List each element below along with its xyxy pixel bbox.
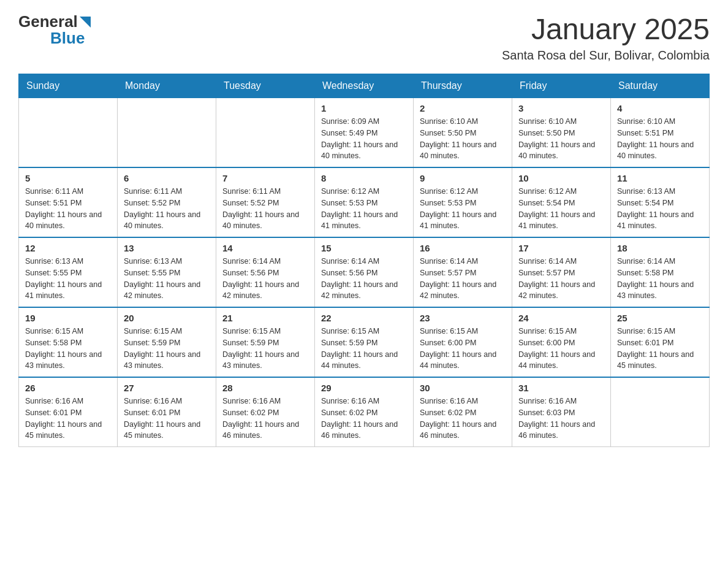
day-number: 2 (420, 103, 506, 113)
day-info: Sunrise: 6:14 AMSunset: 5:56 PMDaylight:… (222, 256, 308, 302)
day-number: 19 (25, 313, 111, 323)
calendar-cell (118, 98, 216, 168)
day-info: Sunrise: 6:15 AMSunset: 6:01 PMDaylight:… (617, 326, 703, 372)
calendar-cell: 7Sunrise: 6:11 AMSunset: 5:52 PMDaylight… (216, 167, 315, 237)
logo: General Blue (18, 12, 91, 48)
day-number: 3 (518, 103, 604, 113)
calendar-cell: 20Sunrise: 6:15 AMSunset: 5:59 PMDayligh… (118, 307, 216, 377)
calendar-cell: 12Sunrise: 6:13 AMSunset: 5:55 PMDayligh… (19, 237, 118, 307)
day-info: Sunrise: 6:13 AMSunset: 5:55 PMDaylight:… (25, 256, 111, 302)
calendar-cell: 15Sunrise: 6:14 AMSunset: 5:56 PMDayligh… (315, 237, 414, 307)
calendar-cell: 14Sunrise: 6:14 AMSunset: 5:56 PMDayligh… (216, 237, 315, 307)
calendar-cell: 3Sunrise: 6:10 AMSunset: 5:50 PMDaylight… (512, 98, 611, 168)
day-number: 9 (420, 173, 506, 183)
day-info: Sunrise: 6:16 AMSunset: 6:02 PMDaylight:… (420, 396, 506, 442)
day-number: 15 (321, 243, 407, 253)
calendar-cell: 6Sunrise: 6:11 AMSunset: 5:52 PMDaylight… (118, 167, 216, 237)
day-number: 23 (420, 313, 506, 323)
location-subtitle: Santa Rosa del Sur, Bolivar, Colombia (502, 48, 710, 63)
calendar-header-friday: Friday (512, 74, 611, 98)
calendar-cell (19, 98, 118, 168)
day-number: 30 (420, 383, 506, 393)
day-info: Sunrise: 6:10 AMSunset: 5:50 PMDaylight:… (420, 116, 506, 162)
day-info: Sunrise: 6:13 AMSunset: 5:55 PMDaylight:… (124, 256, 210, 302)
day-number: 14 (222, 243, 308, 253)
day-info: Sunrise: 6:15 AMSunset: 6:00 PMDaylight:… (518, 326, 604, 372)
day-info: Sunrise: 6:16 AMSunset: 6:01 PMDaylight:… (124, 396, 210, 442)
day-number: 6 (124, 173, 210, 183)
day-info: Sunrise: 6:15 AMSunset: 5:59 PMDaylight:… (321, 326, 407, 372)
calendar-cell: 31Sunrise: 6:16 AMSunset: 6:03 PMDayligh… (512, 377, 611, 447)
day-number: 27 (124, 383, 210, 393)
day-number: 26 (25, 383, 111, 393)
calendar-cell: 29Sunrise: 6:16 AMSunset: 6:02 PMDayligh… (315, 377, 414, 447)
day-number: 8 (321, 173, 407, 183)
calendar-cell: 24Sunrise: 6:15 AMSunset: 6:00 PMDayligh… (512, 307, 611, 377)
calendar-cell: 11Sunrise: 6:13 AMSunset: 5:54 PMDayligh… (611, 167, 710, 237)
day-info: Sunrise: 6:11 AMSunset: 5:52 PMDaylight:… (222, 186, 308, 232)
calendar-cell: 26Sunrise: 6:16 AMSunset: 6:01 PMDayligh… (19, 377, 118, 447)
calendar-cell: 30Sunrise: 6:16 AMSunset: 6:02 PMDayligh… (414, 377, 512, 447)
calendar-week-row: 26Sunrise: 6:16 AMSunset: 6:01 PMDayligh… (19, 377, 710, 447)
day-info: Sunrise: 6:14 AMSunset: 5:58 PMDaylight:… (617, 256, 703, 302)
calendar-cell: 5Sunrise: 6:11 AMSunset: 5:51 PMDaylight… (19, 167, 118, 237)
day-info: Sunrise: 6:13 AMSunset: 5:54 PMDaylight:… (617, 186, 703, 232)
calendar-cell: 10Sunrise: 6:12 AMSunset: 5:54 PMDayligh… (512, 167, 611, 237)
day-number: 7 (222, 173, 308, 183)
day-info: Sunrise: 6:16 AMSunset: 6:02 PMDaylight:… (222, 396, 308, 442)
calendar-cell: 22Sunrise: 6:15 AMSunset: 5:59 PMDayligh… (315, 307, 414, 377)
calendar-cell: 21Sunrise: 6:15 AMSunset: 5:59 PMDayligh… (216, 307, 315, 377)
calendar-table: SundayMondayTuesdayWednesdayThursdayFrid… (18, 74, 710, 447)
calendar-header-row: SundayMondayTuesdayWednesdayThursdayFrid… (19, 74, 710, 98)
svg-marker-0 (80, 17, 91, 28)
day-info: Sunrise: 6:12 AMSunset: 5:53 PMDaylight:… (420, 186, 506, 232)
calendar-cell: 28Sunrise: 6:16 AMSunset: 6:02 PMDayligh… (216, 377, 315, 447)
title-area: January 2025 Santa Rosa del Sur, Bolivar… (502, 12, 710, 63)
day-number: 12 (25, 243, 111, 253)
day-number: 11 (617, 173, 703, 183)
day-info: Sunrise: 6:15 AMSunset: 5:59 PMDaylight:… (222, 326, 308, 372)
calendar-header-tuesday: Tuesday (216, 74, 315, 98)
logo-triangle-icon (80, 17, 91, 28)
day-info: Sunrise: 6:14 AMSunset: 5:57 PMDaylight:… (420, 256, 506, 302)
calendar-cell: 25Sunrise: 6:15 AMSunset: 6:01 PMDayligh… (611, 307, 710, 377)
day-number: 10 (518, 173, 604, 183)
calendar-header-saturday: Saturday (611, 74, 710, 98)
day-info: Sunrise: 6:11 AMSunset: 5:52 PMDaylight:… (124, 186, 210, 232)
day-number: 4 (617, 103, 703, 113)
day-info: Sunrise: 6:15 AMSunset: 6:00 PMDaylight:… (420, 326, 506, 372)
day-number: 22 (321, 313, 407, 323)
day-number: 25 (617, 313, 703, 323)
calendar-header-wednesday: Wednesday (315, 74, 414, 98)
day-number: 31 (518, 383, 604, 393)
calendar-cell: 4Sunrise: 6:10 AMSunset: 5:51 PMDaylight… (611, 98, 710, 168)
calendar-cell: 23Sunrise: 6:15 AMSunset: 6:00 PMDayligh… (414, 307, 512, 377)
calendar-cell (216, 98, 315, 168)
calendar-header-thursday: Thursday (414, 74, 512, 98)
day-info: Sunrise: 6:10 AMSunset: 5:51 PMDaylight:… (617, 116, 703, 162)
calendar-cell (611, 377, 710, 447)
calendar-cell: 16Sunrise: 6:14 AMSunset: 5:57 PMDayligh… (414, 237, 512, 307)
day-info: Sunrise: 6:09 AMSunset: 5:49 PMDaylight:… (321, 116, 407, 162)
day-number: 29 (321, 383, 407, 393)
day-number: 13 (124, 243, 210, 253)
day-info: Sunrise: 6:10 AMSunset: 5:50 PMDaylight:… (518, 116, 604, 162)
calendar-header-monday: Monday (118, 74, 216, 98)
calendar-cell: 17Sunrise: 6:14 AMSunset: 5:57 PMDayligh… (512, 237, 611, 307)
day-info: Sunrise: 6:12 AMSunset: 5:53 PMDaylight:… (321, 186, 407, 232)
day-info: Sunrise: 6:14 AMSunset: 5:56 PMDaylight:… (321, 256, 407, 302)
day-info: Sunrise: 6:16 AMSunset: 6:02 PMDaylight:… (321, 396, 407, 442)
day-number: 21 (222, 313, 308, 323)
day-info: Sunrise: 6:11 AMSunset: 5:51 PMDaylight:… (25, 186, 111, 232)
day-info: Sunrise: 6:15 AMSunset: 5:58 PMDaylight:… (25, 326, 111, 372)
day-number: 16 (420, 243, 506, 253)
calendar-cell: 9Sunrise: 6:12 AMSunset: 5:53 PMDaylight… (414, 167, 512, 237)
day-info: Sunrise: 6:12 AMSunset: 5:54 PMDaylight:… (518, 186, 604, 232)
day-number: 17 (518, 243, 604, 253)
day-number: 1 (321, 103, 407, 113)
calendar-cell: 19Sunrise: 6:15 AMSunset: 5:58 PMDayligh… (19, 307, 118, 377)
logo-blue: Blue (50, 29, 85, 48)
day-number: 28 (222, 383, 308, 393)
calendar-week-row: 5Sunrise: 6:11 AMSunset: 5:51 PMDaylight… (19, 167, 710, 237)
calendar-cell: 2Sunrise: 6:10 AMSunset: 5:50 PMDaylight… (414, 98, 512, 168)
